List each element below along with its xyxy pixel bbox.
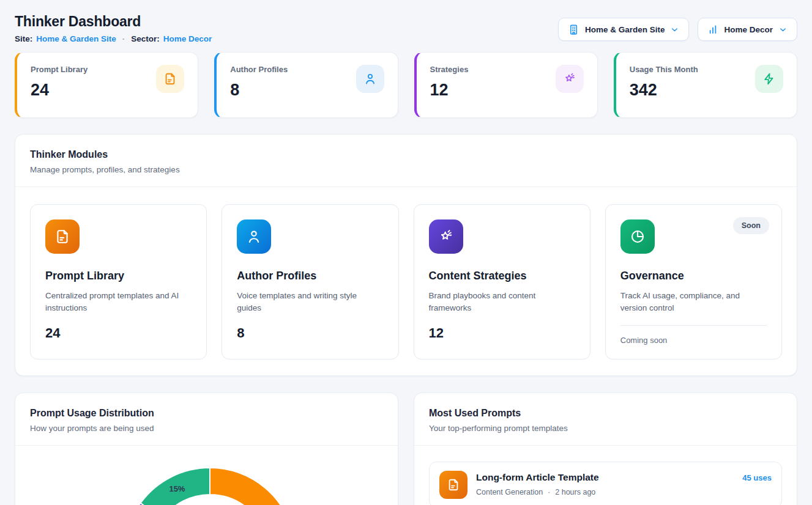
chevron-down-icon: [670, 25, 679, 34]
prompt-item-time: 2 hours ago: [555, 488, 595, 496]
star-sparkle-icon: [429, 219, 463, 254]
stat-label: Strategies: [430, 65, 469, 74]
bar-chart-icon: [707, 24, 718, 35]
breadcrumb: Site: Home & Garden Site · Sector: Home …: [15, 34, 212, 43]
module-footer: Coming soon: [620, 336, 767, 345]
dashboard-page: Thinker Dashboard Site: Home & Garden Si…: [0, 0, 812, 505]
divider: [620, 325, 767, 326]
stat-card-usage: Usage This Month 342: [614, 52, 797, 118]
chart-header: Prompt Usage Distribution How your promp…: [15, 393, 398, 446]
module-description: Centralized prompt templates and AI inst…: [45, 290, 192, 314]
thinker-modules-section: Thinker Modules Manage prompts, profiles…: [15, 134, 797, 376]
stat-card-strategies: Strategies 12: [414, 52, 598, 118]
user-icon: [356, 65, 384, 93]
prompt-list-item[interactable]: Long-form Article Template Content Gener…: [429, 462, 782, 505]
module-description: Track AI usage, compliance, and version …: [620, 290, 767, 314]
file-icon: [439, 471, 467, 499]
stat-card-author-profiles: Author Profiles 8: [214, 52, 398, 118]
stats-row: Prompt Library 24 Author Profiles 8 Stra…: [15, 52, 797, 118]
breadcrumb-separator: ·: [122, 34, 125, 43]
stat-value: 342: [630, 81, 698, 100]
modules-subtitle: Manage prompts, profiles, and strategies: [30, 165, 782, 174]
donut-segment-label: 15%: [169, 484, 185, 493]
user-icon: [237, 219, 271, 254]
modules-title: Thinker Modules: [30, 149, 782, 160]
usage-donut-chart: 15%: [15, 446, 398, 505]
module-description: Brand playbooks and content frameworks: [429, 290, 575, 314]
module-card-governance: Soon Governance Track AI usage, complian…: [605, 204, 782, 359]
site-selector-label: Home & Garden Site: [585, 25, 665, 34]
file-icon: [45, 219, 80, 254]
page-header: Thinker Dashboard Site: Home & Garden Si…: [15, 13, 797, 43]
pie-chart-icon: [620, 219, 655, 254]
stat-label: Author Profiles: [230, 65, 288, 74]
chevron-down-icon: [778, 25, 788, 34]
stat-value: 24: [31, 81, 88, 100]
prompt-usage-panel: Prompt Usage Distribution How your promp…: [15, 393, 398, 505]
module-title: Content Strategies: [429, 270, 575, 282]
chart-title: Prompt Usage Distribution: [30, 408, 383, 419]
meta-separator: ·: [548, 488, 550, 496]
prompts-subtitle: Your top-performing prompt templates: [429, 424, 782, 433]
stat-text: Strategies 12: [430, 65, 469, 105]
zap-icon: [755, 65, 783, 93]
module-card-author-profiles[interactable]: Author Profiles Voice templates and writ…: [222, 204, 398, 359]
chart-body: 15%: [15, 446, 398, 505]
prompt-list: Long-form Article Template Content Gener…: [414, 446, 797, 505]
prompts-header: Most Used Prompts Your top-performing pr…: [414, 393, 797, 446]
sector-link[interactable]: Home Decor: [163, 34, 212, 43]
bottom-panels: Prompt Usage Distribution How your promp…: [15, 393, 797, 505]
header-actions: Home & Garden Site Home Decor: [558, 18, 797, 41]
segment-orange: [210, 468, 296, 505]
module-title: Prompt Library: [45, 270, 192, 282]
stat-text: Usage This Month 342: [630, 65, 698, 105]
stat-text: Author Profiles 8: [230, 65, 288, 105]
sector-selector-dropdown[interactable]: Home Decor: [698, 18, 797, 41]
modules-grid: Prompt Library Centralized prompt templa…: [15, 187, 797, 375]
prompt-item-meta: Content Generation · 2 hours ago: [476, 488, 734, 496]
prompt-item-text: Long-form Article Template Content Gener…: [476, 471, 734, 496]
stat-label: Prompt Library: [31, 65, 88, 74]
module-title: Governance: [620, 270, 767, 282]
building-icon: [568, 24, 579, 35]
module-count: 12: [429, 325, 575, 341]
module-title: Author Profiles: [237, 270, 383, 282]
site-link[interactable]: Home & Garden Site: [36, 34, 116, 43]
module-card-prompt-library[interactable]: Prompt Library Centralized prompt templa…: [30, 204, 207, 359]
sector-label: Sector:: [131, 34, 160, 43]
prompt-item-title: Long-form Article Template: [476, 472, 734, 483]
soon-badge: Soon: [733, 217, 769, 234]
stat-card-prompt-library: Prompt Library 24: [15, 52, 198, 118]
prompts-title: Most Used Prompts: [429, 408, 782, 419]
most-used-prompts-panel: Most Used Prompts Your top-performing pr…: [414, 393, 797, 505]
modules-header: Thinker Modules Manage prompts, profiles…: [15, 135, 797, 187]
stat-text: Prompt Library 24: [31, 65, 88, 105]
page-title: Thinker Dashboard: [15, 13, 212, 30]
site-label: Site:: [15, 34, 32, 43]
module-count: 8: [237, 325, 383, 341]
prompt-item-category: Content Generation: [476, 488, 543, 496]
stat-value: 8: [230, 81, 288, 100]
prompt-item-uses-badge: 45 uses: [742, 471, 772, 482]
file-icon: [156, 65, 184, 93]
star-sparkle-icon: [556, 65, 584, 93]
chart-subtitle: How your prompts are being used: [30, 424, 383, 433]
stat-value: 12: [430, 81, 469, 100]
sector-selector-label: Home Decor: [724, 25, 773, 34]
module-count: 24: [45, 325, 192, 341]
module-description: Voice templates and writing style guides: [237, 290, 383, 314]
header-left: Thinker Dashboard Site: Home & Garden Si…: [15, 13, 212, 43]
site-selector-dropdown[interactable]: Home & Garden Site: [558, 18, 690, 41]
module-card-content-strategies[interactable]: Content Strategies Brand playbooks and c…: [414, 204, 590, 359]
stat-label: Usage This Month: [630, 65, 698, 74]
